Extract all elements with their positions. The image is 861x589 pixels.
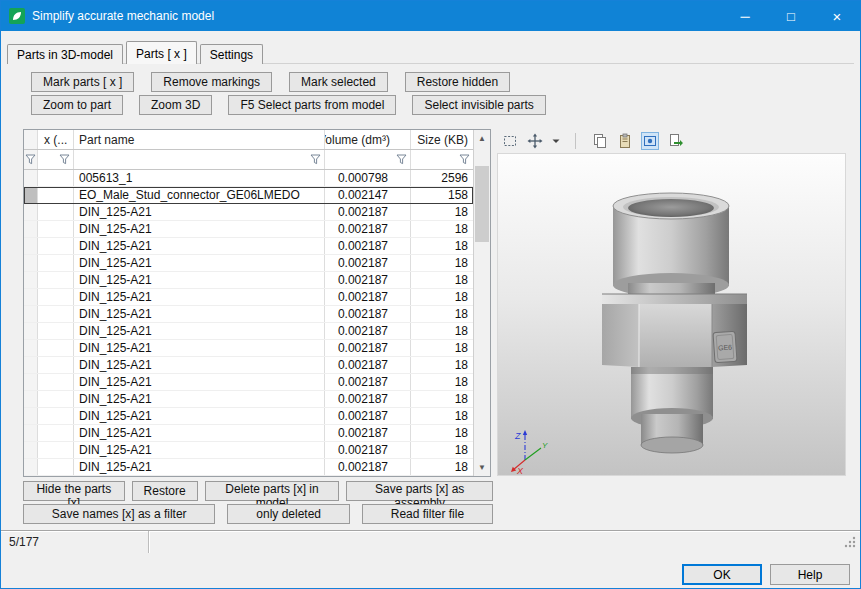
row-header[interactable] xyxy=(24,442,38,458)
cell-size: 18 xyxy=(411,306,473,322)
cell-x xyxy=(38,204,74,220)
cell-volume: 0.002187 xyxy=(325,238,411,254)
cell-part-name: 005613_1 xyxy=(74,170,325,186)
row-header[interactable] xyxy=(24,425,38,441)
action-button[interactable]: only deleted xyxy=(227,504,349,524)
action-button[interactable]: Save names [x] as a filter xyxy=(23,504,215,524)
cell-size: 18 xyxy=(411,391,473,407)
scroll-up-icon[interactable]: ▲ xyxy=(474,130,490,147)
viewer-toolbar xyxy=(497,129,846,153)
header-x[interactable]: x (... xyxy=(38,130,74,149)
table-row[interactable]: DIN_125-A21 0.002187 18 xyxy=(24,272,473,289)
capture-view-icon[interactable] xyxy=(641,132,659,150)
row-header[interactable] xyxy=(24,391,38,407)
scrollbar-thumb[interactable] xyxy=(475,166,489,242)
action-button[interactable]: Remove markings xyxy=(151,72,272,92)
scroll-down-icon[interactable]: ▼ xyxy=(474,459,490,476)
action-button[interactable]: Zoom 3D xyxy=(139,95,212,115)
pan-view-icon[interactable] xyxy=(526,132,544,150)
action-button[interactable]: Restore xyxy=(132,481,198,501)
action-button[interactable]: Delete parts [x] in model xyxy=(205,481,340,501)
table-row[interactable]: DIN_125-A21 0.002187 18 xyxy=(24,238,473,255)
tab[interactable]: Settings xyxy=(200,44,263,64)
action-button[interactable]: Hide the parts [x] xyxy=(23,481,125,501)
row-header[interactable] xyxy=(24,170,38,186)
action-button[interactable]: F5 Select parts from model xyxy=(228,95,396,115)
copy-view-icon[interactable] xyxy=(591,132,609,150)
table-row[interactable]: DIN_125-A21 0.002187 18 xyxy=(24,255,473,272)
table-row[interactable]: DIN_125-A21 0.002187 18 xyxy=(24,408,473,425)
row-header[interactable] xyxy=(24,204,38,220)
header-volume[interactable]: Volume (dm³) xyxy=(325,130,411,149)
table-row[interactable]: DIN_125-A21 0.002187 18 xyxy=(24,221,473,238)
viewer-canvas[interactable]: GE6 Z Y X xyxy=(497,153,846,476)
svg-text:GE6: GE6 xyxy=(718,344,733,352)
table-row[interactable]: DIN_125-A21 0.002187 18 xyxy=(24,459,473,476)
table-row[interactable]: DIN_125-A21 0.002187 18 xyxy=(24,357,473,374)
row-header[interactable] xyxy=(24,221,38,237)
table-row[interactable]: DIN_125-A21 0.002187 18 xyxy=(24,306,473,323)
row-header[interactable] xyxy=(24,357,38,373)
cell-volume: 0.002187 xyxy=(325,442,411,458)
axis-x-label: X xyxy=(516,466,524,475)
row-header[interactable] xyxy=(24,408,38,424)
action-button[interactable]: Read filter file xyxy=(362,504,493,524)
cell-volume: 0.002147 xyxy=(325,187,411,203)
row-header[interactable] xyxy=(24,289,38,305)
table-row[interactable]: DIN_125-A21 0.002187 18 xyxy=(24,425,473,442)
filter-icon xyxy=(59,154,70,165)
chevron-down-icon[interactable] xyxy=(551,132,560,150)
table-row[interactable]: DIN_125-A21 0.002187 18 xyxy=(24,374,473,391)
row-header[interactable] xyxy=(24,306,38,322)
select-window-icon[interactable] xyxy=(501,132,519,150)
tab[interactable]: Parts [ x ] xyxy=(126,41,197,64)
help-button[interactable]: Help xyxy=(770,564,850,585)
export-view-icon[interactable] xyxy=(666,132,684,150)
filter-cell[interactable] xyxy=(24,150,38,169)
cell-x xyxy=(38,340,74,356)
cell-part-name: DIN_125-A21 xyxy=(74,204,325,220)
row-header[interactable] xyxy=(24,238,38,254)
minimize-button[interactable]: ─ xyxy=(722,1,768,31)
table-row[interactable]: DIN_125-A21 0.002187 18 xyxy=(24,204,473,221)
row-header[interactable] xyxy=(24,340,38,356)
ok-button[interactable]: OK xyxy=(682,564,762,585)
action-button[interactable]: Select invisible parts xyxy=(412,95,545,115)
row-header[interactable] xyxy=(24,272,38,288)
filter-cell[interactable] xyxy=(325,150,411,169)
action-button[interactable]: Zoom to part xyxy=(31,95,123,115)
row-header[interactable] xyxy=(24,459,38,475)
close-button[interactable]: × xyxy=(814,1,860,31)
cell-size: 18 xyxy=(411,272,473,288)
cell-size: 18 xyxy=(411,255,473,271)
maximize-button[interactable]: □ xyxy=(768,1,814,31)
header-size[interactable]: Size (KB) xyxy=(411,130,473,149)
action-button[interactable]: Save parts [x] as assembly xyxy=(346,481,493,501)
table-row[interactable]: DIN_125-A21 0.002187 18 xyxy=(24,289,473,306)
action-button[interactable]: Restore hidden xyxy=(405,72,510,92)
action-button[interactable]: Mark selected xyxy=(289,72,388,92)
action-button[interactable]: Mark parts [ x ] xyxy=(31,72,134,92)
tab[interactable]: Parts in 3D-model xyxy=(7,44,123,64)
cell-part-name: DIN_125-A21 xyxy=(74,459,325,475)
vertical-scrollbar[interactable]: ▲ ▼ xyxy=(473,130,490,476)
table-row[interactable]: DIN_125-A21 0.002187 18 xyxy=(24,340,473,357)
row-header[interactable] xyxy=(24,255,38,271)
table-row[interactable]: DIN_125-A21 0.002187 18 xyxy=(24,323,473,340)
table-row[interactable]: 005613_1 0.000798 2596 xyxy=(24,170,473,187)
header-part-name[interactable]: Part name xyxy=(74,130,325,149)
row-header[interactable] xyxy=(24,323,38,339)
filter-cell[interactable] xyxy=(411,150,473,169)
paste-view-icon[interactable] xyxy=(616,132,634,150)
row-header[interactable] xyxy=(24,187,38,203)
table-row[interactable]: DIN_125-A21 0.002187 18 xyxy=(24,442,473,459)
resize-grip-icon[interactable] xyxy=(843,535,857,549)
filter-cell[interactable] xyxy=(74,150,325,169)
table-row[interactable]: EO_Male_Stud_connector_GE06LMEDO 0.00214… xyxy=(24,187,473,204)
filter-cell[interactable] xyxy=(38,150,74,169)
app-icon xyxy=(9,8,25,24)
row-header[interactable] xyxy=(24,374,38,390)
cell-part-name: DIN_125-A21 xyxy=(74,408,325,424)
table-row[interactable]: DIN_125-A21 0.002187 18 xyxy=(24,391,473,408)
cell-size: 18 xyxy=(411,374,473,390)
